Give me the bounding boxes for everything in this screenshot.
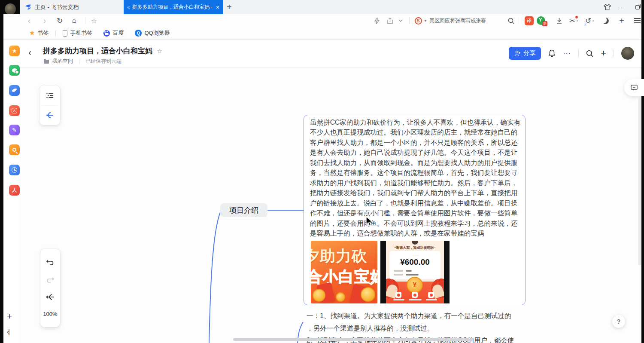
mindmap-canvas[interactable]: 100% 项目介绍 虽然拼CC家的助力和砍价行为，让很多人不喜欢，但也得承认，确… [20, 67, 641, 343]
dock-history-icon[interactable] [9, 165, 20, 175]
dock-add-icon[interactable]: + [7, 311, 12, 322]
share-person-icon [514, 50, 521, 56]
doc-header: ‹ 拼多多助力项目，适合小白和宝妈 ☆ 我的空间 已经保存到云端 分享 ··· … [20, 40, 641, 67]
create-new-icon[interactable]: + [601, 48, 606, 59]
bookmark-item-qq[interactable]: Q QQ浏览器 [135, 29, 170, 37]
browser-tab-active[interactable]: « 拼多多助力项目，适合小白和宝妈 - × [124, 0, 223, 14]
tab-back-icon: « [127, 4, 130, 10]
doc-title: 拼多多助力项目，适合小白和宝妈 ☆ [43, 46, 162, 56]
dock-notes-icon[interactable]: ✎ [9, 125, 20, 135]
header-separator [614, 49, 614, 57]
redo-icon[interactable] [46, 276, 54, 283]
qq-browser-icon: Q [135, 30, 142, 37]
back-icon[interactable]: ‹ [25, 14, 33, 27]
phone-screenshot-image[interactable]: “谢谢大家，我成功提现啦” ···· ···· ¥600.00 ¥ [380, 241, 450, 303]
menu-icon[interactable] [633, 14, 641, 27]
dark-mode-moon-icon[interactable] [601, 14, 610, 27]
doc-back-icon[interactable]: ‹ [29, 47, 31, 58]
more-options-icon[interactable]: ··· [563, 49, 571, 57]
extension-icon[interactable]: 新 [536, 14, 546, 27]
doc-space[interactable]: 我的空间 [52, 58, 73, 65]
window-controls: – × [600, 0, 644, 14]
restore-icon[interactable] [635, 5, 640, 9]
screenshot-scissors-icon[interactable]: ✂ [568, 14, 579, 27]
bookmarks-separator [55, 30, 56, 36]
canvas-tools-panel: 100% [40, 249, 60, 327]
share-button[interactable]: 分享 [509, 47, 541, 60]
notifications-bell-icon[interactable] [548, 49, 556, 57]
window-edge-right [641, 0, 644, 343]
header-separator [578, 49, 579, 57]
mouse-cursor [366, 216, 374, 227]
tab-title: 拼多多助力项目，适合小白和宝妈 - [132, 3, 213, 11]
amount-text: ¥600.00 [389, 257, 440, 267]
help-button[interactable]: ? [612, 315, 625, 328]
horizontal-scrollbar[interactable] [233, 338, 473, 341]
window-edge-left [0, 0, 3, 343]
dock-bird-icon[interactable] [9, 85, 20, 96]
download-icon[interactable] [554, 14, 564, 27]
comment-panel-toggle[interactable] [624, 79, 644, 96]
promo-image[interactable]: 夕助力砍 合小白宝妈 [311, 241, 377, 303]
toolbar-separator [409, 17, 410, 24]
dock-favorites-icon[interactable]: ★ [9, 46, 20, 56]
share-page-icon[interactable] [386, 14, 394, 27]
bookmarks-bar: ★ 书签 手机书签 百度 Q QQ浏览器 [3, 27, 641, 40]
favorite-doc-star-icon[interactable]: ☆ [157, 47, 162, 55]
mindmap-node-content[interactable]: 虽然拼CC家的助力和砍价行为，让很多人不喜欢，但也得承认，确实有 不少人也真正提… [304, 115, 526, 305]
phone-quote-text: “谢谢大家，我成功提现啦” [386, 245, 444, 250]
amount-card: ···· ···· ¥600.00 [389, 251, 440, 279]
save-status: 已经保存到云端 [85, 58, 122, 65]
vertical-scrollbar[interactable] [638, 98, 641, 265]
bookmark-item-mobile[interactable]: 手机书签 [63, 29, 92, 37]
folder-icon [44, 60, 49, 64]
favorite-star-icon[interactable]: ☆ [89, 14, 99, 27]
add-icon[interactable]: + [617, 14, 626, 27]
zoom-level[interactable]: 100% [43, 311, 57, 317]
dock-search-icon[interactable] [9, 144, 20, 155]
history-undo-icon[interactable]: ↺2 [584, 14, 595, 27]
theme-icon[interactable] [604, 4, 611, 10]
new-tab-button[interactable]: + [227, 2, 232, 12]
comment-icon [631, 85, 638, 91]
outline-view-button[interactable] [39, 86, 60, 105]
dock-translate-icon[interactable]: A [9, 105, 20, 116]
bookmark-item-baidu[interactable]: 百度 [103, 29, 124, 37]
home-icon[interactable]: ⌂ [70, 14, 79, 27]
user-avatar[interactable] [621, 47, 634, 60]
bookmark-item[interactable]: ★ 书签 [29, 29, 49, 37]
dock-pdf-icon[interactable]: 人 [9, 185, 20, 196]
forward-icon[interactable]: › [40, 14, 49, 27]
locate-root-icon[interactable] [46, 294, 55, 300]
phone-icon [63, 30, 67, 37]
mindmap-view-button[interactable] [39, 105, 60, 125]
minimize-icon[interactable]: – [621, 3, 625, 11]
phone-avatar [412, 241, 418, 245]
doc-search-icon[interactable] [586, 50, 593, 57]
toolbar-separator [519, 17, 519, 24]
translate-icon[interactable]: 译 [524, 14, 534, 27]
browser-tab-home[interactable]: 主页 - 飞书云文档 [21, 0, 124, 14]
coin-icon: ¥ [407, 277, 423, 293]
baidu-icon [103, 30, 110, 37]
tab-close-icon[interactable]: × [216, 4, 220, 11]
view-switch-panel [39, 86, 60, 125]
chevron-down-icon[interactable] [397, 14, 404, 27]
dock-wechat-icon[interactable] [9, 65, 20, 76]
intro-paragraph: 虽然拼CC家的助力和砍价行为，让很多人不喜欢，但也得承认，确实有 不少人也真正提… [310, 117, 520, 239]
caret-down-icon[interactable]: ▼ [423, 14, 428, 27]
tab-title: 主页 - 飞书云文档 [35, 3, 79, 11]
mindmap-node-intro[interactable]: 项目介绍 [220, 203, 267, 217]
toolbar-separator [85, 17, 85, 24]
lightning-icon[interactable] [373, 14, 381, 27]
browser-toolbar: ‹ › ↻ ⌂ ☆ S ▼ 景区回应将张骞写成张赛 译 新 ✂ ↺2 + [3, 14, 641, 27]
dock-collapse-icon[interactable]: ‹| [7, 328, 9, 335]
undo-icon[interactable] [46, 259, 54, 266]
hot-search-logo[interactable]: S [414, 14, 422, 27]
hot-search-text[interactable]: 景区回应将张骞写成张赛 [429, 14, 502, 27]
profile-avatar[interactable] [5, 3, 16, 15]
star-icon: ★ [29, 29, 35, 37]
search-icon[interactable] [507, 14, 515, 27]
doc-subtitle: 我的空间 已经保存到云端 [44, 58, 122, 65]
reload-icon[interactable]: ↻ [55, 14, 64, 27]
